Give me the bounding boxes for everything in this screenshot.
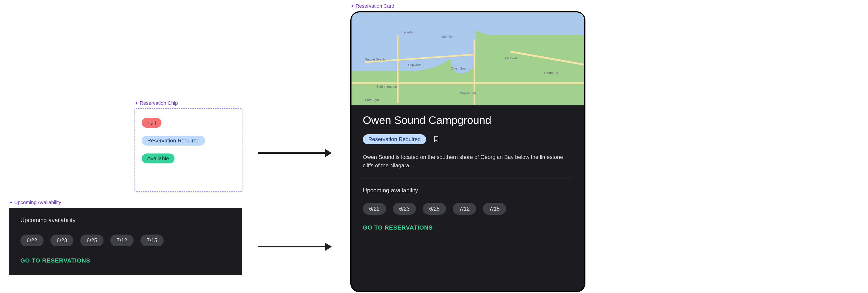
- card-upcoming-title: Upcoming availability: [363, 187, 573, 194]
- chip-label: Full: [147, 120, 156, 125]
- bookmark-icon[interactable]: [433, 136, 440, 143]
- card-date-row: 6/22 6/23 6/25 7/12 7/15: [363, 203, 573, 215]
- date-label: 7/15: [147, 237, 157, 243]
- reservation-card: Wiarton Kemble Sauble Beach Hepworth Owe…: [350, 11, 585, 292]
- upcoming-title: Upcoming availability: [20, 217, 230, 224]
- sparkle-icon: ✦: [9, 200, 13, 205]
- date-chip[interactable]: 6/23: [393, 203, 416, 215]
- annotation-upcoming-availability: ✦ Upcoming Availability: [9, 199, 61, 206]
- chip-label: Reservation Required: [147, 138, 199, 143]
- chip-label: Reservation Required: [368, 137, 421, 142]
- map-place-label: Sauble Beach: [365, 58, 385, 61]
- date-label: 6/22: [369, 206, 380, 212]
- chip-reservation-required[interactable]: Reservation Required: [142, 136, 205, 146]
- date-chip[interactable]: 7/15: [141, 234, 164, 246]
- date-label: 6/22: [27, 237, 37, 243]
- date-label: 6/23: [399, 206, 410, 212]
- date-chip[interactable]: 7/15: [483, 203, 506, 215]
- chip-full[interactable]: Full: [142, 118, 161, 128]
- annotation-reservation-card: ✦ Reservation Card: [350, 3, 394, 9]
- date-label: 6/25: [87, 237, 97, 243]
- sparkle-icon: ✦: [134, 101, 138, 105]
- date-row: 6/22 6/23 6/25 7/12 7/15: [20, 234, 230, 246]
- date-chip[interactable]: 6/25: [80, 234, 103, 246]
- map-place-label: Thornbury: [544, 71, 558, 75]
- reservation-chip-group: Full Reservation Required Available: [134, 108, 243, 192]
- date-chip[interactable]: 6/25: [423, 203, 446, 215]
- sparkle-icon: ✦: [350, 4, 354, 8]
- date-chip[interactable]: 6/22: [363, 203, 386, 215]
- map-place-label: Kemble: [442, 35, 453, 39]
- cta-label: GO TO RESERVATIONS: [20, 257, 90, 264]
- upcoming-availability-panel: Upcoming availability 6/22 6/23 6/25 7/1…: [9, 208, 242, 276]
- date-label: 6/23: [57, 237, 67, 243]
- annotation-reservation-chip: ✦ Reservation Chip: [134, 100, 178, 106]
- date-label: 7/12: [459, 206, 470, 212]
- chip-label: Available: [147, 156, 169, 161]
- date-label: 7/12: [117, 237, 127, 243]
- annotation-label: Reservation Card: [355, 3, 394, 9]
- date-chip[interactable]: 6/22: [20, 234, 43, 246]
- go-to-reservations-link[interactable]: GO TO RESERVATIONS: [363, 224, 573, 231]
- map-place-label: Southhampton: [376, 85, 397, 88]
- map-place-label: Port Elgin: [365, 98, 379, 102]
- map-image[interactable]: Wiarton Kemble Sauble Beach Hepworth Owe…: [351, 12, 584, 105]
- card-status-row: Reservation Required: [363, 134, 573, 144]
- chip-available[interactable]: Available: [142, 153, 175, 163]
- annotation-label: Upcoming Availability: [14, 199, 61, 206]
- card-title: Owen Sound Campground: [363, 114, 573, 126]
- map-place-label: Wiarton: [403, 31, 414, 34]
- arrow-icon: [258, 149, 332, 157]
- divider: [363, 178, 573, 178]
- map-place-label: Chatsworth: [460, 91, 476, 95]
- status-chip[interactable]: Reservation Required: [363, 134, 426, 144]
- date-chip[interactable]: 6/23: [51, 234, 74, 246]
- date-chip[interactable]: 7/12: [453, 203, 476, 215]
- map-place-label: Hepworth: [408, 63, 422, 67]
- go-to-reservations-link[interactable]: GO TO RESERVATIONS: [20, 257, 230, 264]
- date-label: 6/25: [429, 206, 440, 212]
- map-place-label: Owen Sound: [451, 67, 469, 70]
- card-description: Owen Sound is located on the southern sh…: [363, 153, 573, 170]
- map-place-label: Meaford: [505, 57, 517, 60]
- arrow-icon: [258, 243, 332, 251]
- date-label: 7/15: [489, 206, 500, 212]
- date-chip[interactable]: 7/12: [110, 234, 133, 246]
- annotation-label: Reservation Chip: [140, 100, 178, 106]
- cta-label: GO TO RESERVATIONS: [363, 224, 433, 231]
